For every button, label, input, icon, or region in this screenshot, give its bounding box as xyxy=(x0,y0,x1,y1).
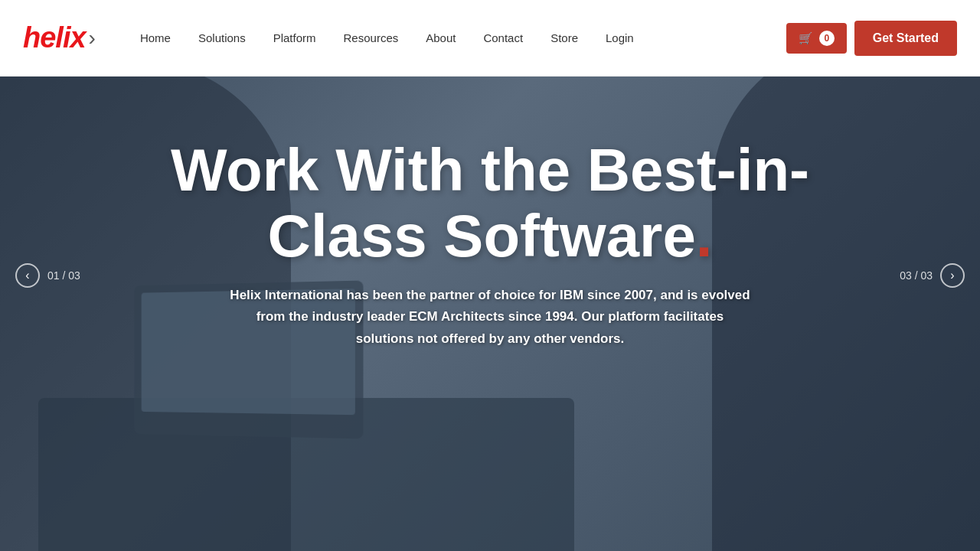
nav-item-contact[interactable]: Contact xyxy=(469,0,537,77)
navbar: helix › Home Solutions Platform Resource… xyxy=(0,0,980,77)
hero-subtext: Helix International has been the partner… xyxy=(230,285,750,351)
nav-right: 🛒 0 Get Started xyxy=(786,21,957,56)
next-arrow-icon[interactable]: › xyxy=(940,263,965,288)
nav-link-solutions[interactable]: Solutions xyxy=(185,0,260,77)
nav-item-platform[interactable]: Platform xyxy=(260,0,330,77)
hero-heading-dot: . xyxy=(696,202,713,269)
nav-item-about[interactable]: About xyxy=(412,0,469,77)
get-started-button[interactable]: Get Started xyxy=(854,21,957,56)
nav-link-store[interactable]: Store xyxy=(537,0,592,77)
logo[interactable]: helix › xyxy=(23,21,96,54)
hero-section: helix › Home Solutions Platform Resource… xyxy=(0,0,980,551)
cart-button[interactable]: 🛒 0 xyxy=(786,23,847,54)
nav-item-solutions[interactable]: Solutions xyxy=(185,0,260,77)
slide-prev[interactable]: ‹ 01 / 03 xyxy=(15,263,80,288)
slide-next-counter: 03 / 03 xyxy=(900,269,933,282)
nav-link-home[interactable]: Home xyxy=(126,0,185,77)
slide-prev-counter: 01 / 03 xyxy=(47,269,80,282)
nav-item-login[interactable]: Login xyxy=(592,0,648,77)
nav-link-platform[interactable]: Platform xyxy=(260,0,330,77)
nav-link-resources[interactable]: Resources xyxy=(330,0,413,77)
prev-arrow-icon[interactable]: ‹ xyxy=(15,263,40,288)
logo-text: helix xyxy=(23,21,86,54)
nav-item-store[interactable]: Store xyxy=(537,0,592,77)
nav-link-about[interactable]: About xyxy=(412,0,469,77)
nav-link-contact[interactable]: Contact xyxy=(469,0,537,77)
nav-link-login[interactable]: Login xyxy=(592,0,648,77)
cart-icon: 🛒 xyxy=(799,31,813,45)
hero-heading-line2: Class Software xyxy=(268,202,696,269)
hero-heading: Work With the Best-in- Class Software. xyxy=(171,138,809,269)
hero-content: Work With the Best-in- Class Software. H… xyxy=(0,77,980,381)
hero-heading-line1: Work With the Best-in- xyxy=(171,136,809,204)
logo-arrow: › xyxy=(89,26,96,51)
cart-badge: 0 xyxy=(819,31,835,46)
slide-next[interactable]: 03 / 03 › xyxy=(900,263,965,288)
nav-links: Home Solutions Platform Resources About … xyxy=(126,0,786,77)
nav-item-home[interactable]: Home xyxy=(126,0,185,77)
nav-item-resources[interactable]: Resources xyxy=(330,0,413,77)
hero-desk xyxy=(38,398,574,551)
